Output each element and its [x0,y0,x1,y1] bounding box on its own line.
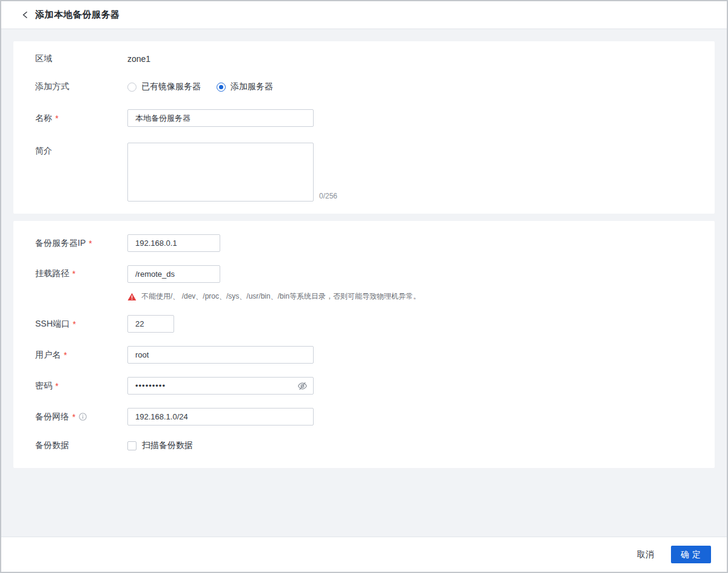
form-content: 区域 zone1 添加方式 已有镜像服务器 [1,29,727,480]
required-asterisk: * [72,412,75,422]
required-asterisk: * [89,239,92,248]
required-asterisk: * [55,114,58,123]
zone-label: 区域 [35,53,52,64]
server-ip-label: 备份服务器IP [35,238,86,249]
server-detail-card: 备份服务器IP* 挂载路径* [13,221,715,468]
radio-add-server[interactable]: 添加服务器 [217,81,273,92]
backup-data-label: 备份数据 [35,440,69,451]
radio-unselected-icon [127,83,136,92]
back-button[interactable] [18,8,32,22]
radio-existing-image-server[interactable]: 已有镜像服务器 [127,81,201,92]
page-title: 添加本地备份服务器 [35,9,120,21]
form-row-ssh-port: SSH端口* [24,315,703,333]
password-input[interactable] [127,377,314,395]
name-input[interactable] [127,109,314,127]
confirm-button[interactable]: 确定 [671,546,711,563]
name-label: 名称 [35,113,52,124]
char-counter: 0/256 [319,192,337,202]
warning-text: 不能使用/、 /dev、/proc、/sys、/usr/bin、/bin等系统目… [141,291,420,302]
form-row-password: 密码* [24,377,703,395]
action-footer: 取消 确定 [1,537,727,572]
form-row-mount-path: 挂载路径* 不能使用/、 /dev、/proc、/sys、/usr/bin、/b… [24,265,703,302]
backup-network-input[interactable] [127,408,314,426]
ssh-port-label: SSH端口 [35,319,70,330]
mount-path-warning: 不能使用/、 /dev、/proc、/sys、/usr/bin、/bin等系统目… [127,291,420,302]
form-row-username: 用户名* [24,346,703,364]
cancel-button[interactable]: 取消 [637,549,654,560]
description-label: 简介 [35,146,52,157]
form-row-add-mode: 添加方式 已有镜像服务器 添加服务器 [24,81,703,92]
toggle-password-visibility-button[interactable] [297,381,308,390]
form-row-name: 名称* [24,109,703,127]
mount-path-input[interactable] [127,265,220,283]
username-input[interactable] [127,346,314,364]
chevron-left-icon [22,11,29,19]
form-row-backup-network: 备份网络* [24,408,703,426]
add-mode-label: 添加方式 [35,81,69,92]
required-asterisk: * [73,319,76,329]
warning-triangle-icon [127,293,136,301]
required-asterisk: * [64,350,67,360]
mount-path-label: 挂载路径 [35,268,69,279]
backup-network-info-button[interactable] [79,413,87,421]
ssh-port-input[interactable] [127,315,174,333]
info-icon [79,413,87,421]
add-local-backup-server-page: 添加本地备份服务器 区域 zone1 添加方式 [0,0,728,573]
form-row-description: 简介 0/256 [24,143,703,202]
backup-network-label: 备份网络 [35,412,69,422]
password-label: 密码 [35,381,52,392]
radio-selected-icon [217,83,226,92]
required-asterisk: * [55,381,58,391]
add-mode-radio-group: 已有镜像服务器 添加服务器 [127,81,273,92]
server-ip-input[interactable] [127,234,220,252]
scan-backup-data-checkbox[interactable]: 扫描备份数据 [127,440,193,451]
zone-value: zone1 [127,54,150,64]
checkbox-unchecked-icon [127,441,136,450]
basic-info-card: 区域 zone1 添加方式 已有镜像服务器 [13,41,715,214]
page-header: 添加本地备份服务器 [1,1,727,29]
required-asterisk: * [72,269,75,279]
form-row-zone: 区域 zone1 [24,53,703,64]
username-label: 用户名 [35,350,61,361]
description-textarea[interactable] [127,143,314,202]
form-row-server-ip: 备份服务器IP* [24,234,703,252]
form-row-backup-data: 备份数据 扫描备份数据 [24,440,703,451]
eye-off-icon [297,381,308,390]
